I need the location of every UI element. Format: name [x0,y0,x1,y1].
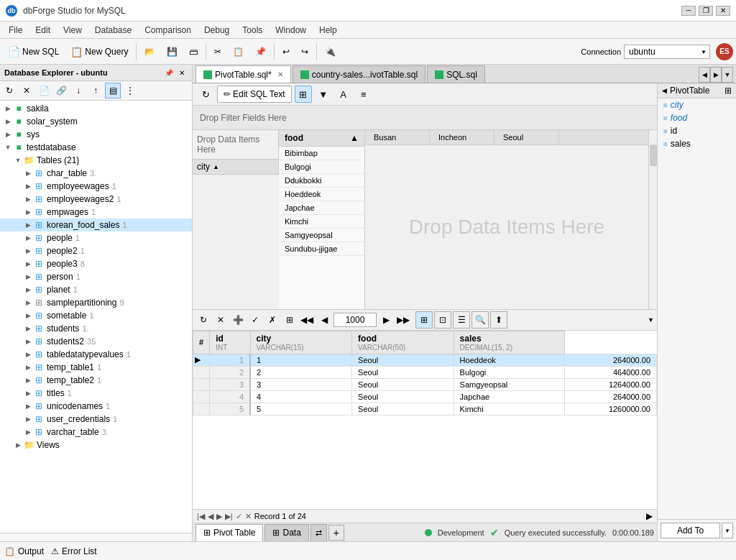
expand-icon-sakila[interactable]: ▶ [3,105,13,112]
tab-sql[interactable]: SQL.sql [427,65,485,83]
result-scroll-right[interactable]: ▼ [648,316,654,323]
expand-icon-empwages[interactable]: ▶ [23,208,33,216]
restore-button[interactable]: ❐ [699,6,713,16]
expand-icon-char-table[interactable]: ▶ [23,170,33,177]
sidebar-arrow-down-button[interactable]: ↓ [70,83,86,98]
tab-pivot-table-sql[interactable]: PivotTable.sql* ✕ [196,65,291,83]
open-button[interactable]: 📂 [139,42,160,62]
nav-scroll-right[interactable]: ▶ [646,511,653,521]
refresh-button[interactable]: ↻ [197,86,214,103]
menu-edit[interactable]: Edit [29,24,56,37]
menu-comparison[interactable]: Comparison [139,24,197,37]
vertical-scrollbar[interactable] [648,130,657,309]
expand-icon-titles[interactable]: ▶ [23,390,33,397]
expand-icon-sometable[interactable]: ▶ [23,312,33,319]
tab-country-sales[interactable]: country-sales...ivotTable.sql [293,65,426,83]
sidebar-connect-button[interactable]: 🔗 [53,83,69,98]
tab-scroll-left[interactable]: ◀ [699,67,710,83]
nav-next-button[interactable]: ▶ [216,512,222,521]
layout-button[interactable]: ≡ [355,86,372,103]
right-panel-field-city[interactable]: ≡ city [658,98,736,111]
result-last-button[interactable]: ▶▶ [395,312,411,328]
edit-sql-text-button[interactable]: ✏ Edit SQL Text [217,86,292,103]
tree-item-person[interactable]: ▶ ⊞ person 1 [0,270,192,283]
save-all-button[interactable]: 🗃 [184,42,203,62]
table-row[interactable]: 4 4 Seoul Japchae 264000.00 [193,390,657,403]
card-view-button[interactable]: ⊡ [434,311,451,329]
tree-item-views-folder[interactable]: ▶ 📁 Views [0,439,192,451]
add-to-button[interactable]: Add To [661,523,720,538]
table-row[interactable]: ▶ 1 1 Seoul Hoeddeok 264000.00 [193,354,657,366]
export-button[interactable]: ⬆ [490,311,507,329]
undo-button[interactable]: ↩ [277,42,295,62]
tree-item-sakila[interactable]: ▶ ■ sakila [0,102,192,115]
sidebar-refresh-button[interactable]: ↻ [1,83,17,98]
expand-icon-employeewages[interactable]: ▶ [23,183,33,190]
nav-first-button[interactable]: |◀ [197,512,205,521]
menu-window[interactable]: Window [270,24,312,37]
sidebar-disconnect-button[interactable]: ✕ [19,83,34,98]
add-to-dropdown-button[interactable]: ▼ [722,523,733,538]
expand-icon-students2[interactable]: ▶ [23,338,33,345]
expand-icon-samplepartitioning[interactable]: ▶ [23,299,33,306]
paste-button[interactable]: 📌 [250,42,271,62]
result-stop-button[interactable]: ✕ [213,312,229,328]
minimize-button[interactable]: ─ [681,6,696,16]
expand-icon-people[interactable]: ▶ [23,234,33,242]
tree-item-unicodenames[interactable]: ▶ ⊞ unicodenames 1 [0,400,192,413]
menu-debug[interactable]: Debug [198,24,235,37]
result-add-button[interactable]: ➕ [230,312,246,328]
expand-icon-people2[interactable]: ▶ [23,247,33,254]
sidebar-arrow-up-button[interactable]: ↑ [88,83,104,98]
tab-dropdown[interactable]: ▼ [722,67,733,83]
expand-icon-employeewages2[interactable]: ▶ [23,196,33,203]
nav-delete-button[interactable]: ✕ [245,512,252,521]
table-row[interactable]: 3 3 Seoul Samgyeopsal 1264000.00 [193,378,657,390]
expand-icon-tabledatatypevalues[interactable]: ▶ [23,351,33,358]
tree-item-tabledatatypevalues[interactable]: ▶ ⊞ tabledatatypevalues 1 [0,348,192,361]
connection-dropdown[interactable]: ubuntu ▼ [624,45,710,59]
expand-icon-unicodenames[interactable]: ▶ [23,403,33,410]
expand-icon-planet[interactable]: ▶ [23,286,33,293]
nav-last-button[interactable]: ▶| [225,512,233,521]
tree-item-char-table[interactable]: ▶ ⊞ char_table 3. [0,167,192,180]
new-sql-button[interactable]: 📄 New SQL [3,42,64,62]
new-query-button[interactable]: 📋 New Query [65,42,133,62]
result-first-button[interactable]: ◀◀ [299,312,315,328]
tree-item-temp-table1[interactable]: ▶ ⊞ temp_table1 1 [0,361,192,374]
tab-pivot-table[interactable]: ⊞ Pivot Table [196,524,263,541]
tree-item-students[interactable]: ▶ ⊞ students 1. [0,322,192,335]
expand-icon-korean-food-sales[interactable]: ▶ [23,221,33,229]
col-sales[interactable]: sales DECIMAL(15, 2) [454,331,564,354]
expand-icon-sys[interactable]: ▶ [3,131,13,138]
expand-icon-person[interactable]: ▶ [23,273,33,280]
tab-data[interactable]: ⊞ Data [264,524,308,541]
expand-icon-temp-table2[interactable]: ▶ [23,377,33,384]
menu-database[interactable]: Database [89,24,137,37]
collapse-icon[interactable]: ◀ [662,87,667,94]
tree-item-sys[interactable]: ▶ ■ sys [0,128,192,141]
sidebar-pin-button[interactable]: 📌 [163,67,175,78]
tree-item-students2[interactable]: ▶ ⊞ students2 35 [0,335,192,348]
connection-box[interactable]: ubuntu ▼ [624,45,710,59]
form-view-button[interactable]: ☰ [453,311,470,329]
tree-item-empwages[interactable]: ▶ ⊞ empwages 1 [0,206,192,219]
tree-item-titles[interactable]: ▶ ⊞ titles 1 [0,387,192,400]
sidebar-filter-button[interactable]: ▤ [105,83,121,98]
tree-item-people[interactable]: ▶ ⊞ people 1 [0,231,192,244]
save-button[interactable]: 💾 [162,42,183,62]
tab-close-pivot[interactable]: ✕ [277,70,283,78]
tree-item-samplepartitioning[interactable]: ▶ ⊞ samplepartitioning 9 [0,296,192,309]
search-button[interactable]: 🔍 [472,311,489,329]
tree-item-sometable[interactable]: ▶ ⊞ sometable 1 [0,309,192,322]
tree-item-tables-folder[interactable]: ▼ 📁 Tables (21) [0,154,192,167]
menu-file[interactable]: File [3,24,28,37]
drop-data-items-here-label[interactable]: Drop Data Items Here [365,145,648,309]
menu-view[interactable]: View [58,24,88,37]
add-tab-button[interactable]: + [328,525,344,541]
scroll-thumb[interactable] [650,144,657,166]
error-list-button[interactable]: ⚠ Error List [51,546,97,556]
expand-icon-students[interactable]: ▶ [23,325,33,332]
nav-add-button[interactable]: ✓ [236,512,242,521]
tree-item-temp-table2[interactable]: ▶ ⊞ temp_table2 1 [0,374,192,387]
